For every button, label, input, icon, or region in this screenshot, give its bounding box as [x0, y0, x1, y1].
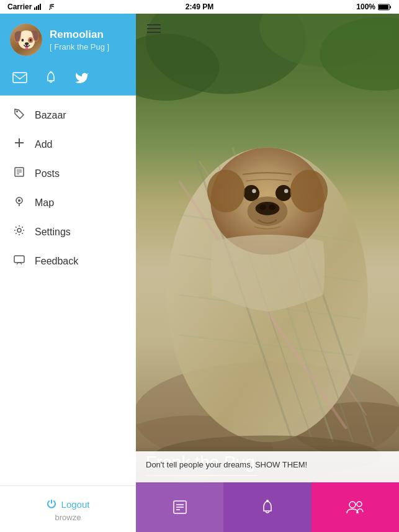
- user-handle: [ Frank the Pug ]: [50, 42, 109, 52]
- svg-rect-0: [34, 7, 35, 10]
- logout-label: Logout: [61, 499, 90, 510]
- svg-point-10: [16, 110, 18, 112]
- email-icon[interactable]: [12, 72, 27, 86]
- friends-tab-icon: [346, 500, 364, 515]
- svg-point-44: [252, 189, 256, 193]
- add-label: Add: [35, 139, 52, 150]
- bell-tab-icon: [260, 499, 275, 515]
- posts-label: Posts: [35, 168, 60, 179]
- carrier-text: Carrier: [7, 2, 32, 11]
- status-time: 2:49 PM: [186, 2, 213, 11]
- sidebar-nav: Bazaar Add Posts: [0, 96, 136, 483]
- tab-notifications[interactable]: [223, 482, 311, 532]
- svg-rect-20: [14, 256, 24, 263]
- tab-friends[interactable]: [312, 482, 399, 532]
- svg-point-50: [207, 169, 244, 212]
- svg-point-47: [256, 202, 280, 215]
- sidebar-item-add[interactable]: Add: [0, 130, 136, 159]
- main-content: Frank the Pug Don't tell people your dre…: [136, 14, 399, 532]
- svg-point-18: [18, 199, 20, 202]
- battery-info: 100%: [356, 2, 392, 11]
- pug-image: [136, 14, 399, 482]
- time-display: 2:49 PM: [186, 2, 213, 11]
- hamburger-button[interactable]: [145, 20, 163, 39]
- username: Remoolian: [50, 29, 109, 41]
- posts-tab-icon: [172, 499, 188, 515]
- battery-text: 100%: [356, 2, 375, 11]
- svg-point-51: [290, 169, 328, 212]
- svg-point-45: [284, 189, 288, 193]
- sidebar-item-map[interactable]: Map: [0, 188, 136, 217]
- bazaar-label: Bazaar: [35, 110, 66, 121]
- tab-posts[interactable]: [136, 482, 223, 532]
- sidebar-header: Remoolian [ Frank the Pug ]: [0, 14, 136, 66]
- sidebar-item-feedback[interactable]: Feedback: [0, 246, 136, 276]
- svg-rect-1: [36, 6, 37, 10]
- svg-point-62: [357, 502, 362, 507]
- sidebar-item-posts[interactable]: Posts: [0, 159, 136, 188]
- svg-rect-2: [38, 5, 39, 10]
- avatar[interactable]: [10, 24, 42, 56]
- map-label: Map: [35, 197, 54, 209]
- svg-rect-7: [379, 5, 388, 9]
- carrier-info: Carrier: [7, 2, 54, 11]
- svg-rect-6: [390, 6, 391, 8]
- feedback-label: Feedback: [35, 256, 78, 267]
- avatar-image: [10, 24, 42, 56]
- power-icon: [47, 498, 56, 510]
- logout-username: browze: [55, 513, 81, 522]
- svg-rect-3: [40, 4, 41, 10]
- bell-icon[interactable]: [45, 71, 57, 88]
- status-bar: Carrier 2:49 PM 100%: [0, 0, 399, 14]
- svg-point-4: [50, 9, 51, 10]
- plus-icon: [12, 137, 26, 151]
- sidebar-divider: [0, 485, 136, 486]
- map-icon: [12, 196, 26, 210]
- svg-rect-8: [13, 73, 27, 83]
- twitter-icon[interactable]: [74, 71, 89, 87]
- hero-area: Frank the Pug: [136, 14, 399, 482]
- settings-icon: [12, 225, 26, 239]
- bottom-tab-bar: [136, 482, 399, 532]
- quote-area: Don't tell people your dreams, SHOW THEM…: [136, 451, 399, 482]
- sidebar-social: [0, 66, 136, 96]
- user-info: Remoolian [ Frank the Pug ]: [50, 29, 109, 52]
- sidebar-logout: Logout browze: [0, 489, 136, 532]
- logout-button[interactable]: Logout: [47, 498, 90, 510]
- quote-text: Don't tell people your dreams, SHOW THEM…: [146, 460, 307, 469]
- main-header: [136, 14, 399, 45]
- sidebar: Remoolian [ Frank the Pug ]: [0, 14, 136, 532]
- tag-icon: [12, 108, 26, 122]
- signal-icon: [34, 4, 43, 10]
- battery-icon: [378, 4, 392, 11]
- sidebar-item-bazaar[interactable]: Bazaar: [0, 101, 136, 130]
- feedback-icon: [12, 254, 26, 268]
- svg-point-48: [259, 204, 266, 210]
- wifi-icon: [45, 4, 54, 10]
- svg-point-60: [266, 500, 269, 502]
- svg-point-9: [50, 71, 52, 73]
- svg-point-61: [349, 502, 356, 508]
- sidebar-item-settings[interactable]: Settings: [0, 217, 136, 246]
- svg-point-19: [17, 228, 21, 232]
- posts-icon: [12, 166, 26, 181]
- svg-point-49: [269, 204, 276, 210]
- settings-label: Settings: [35, 227, 71, 238]
